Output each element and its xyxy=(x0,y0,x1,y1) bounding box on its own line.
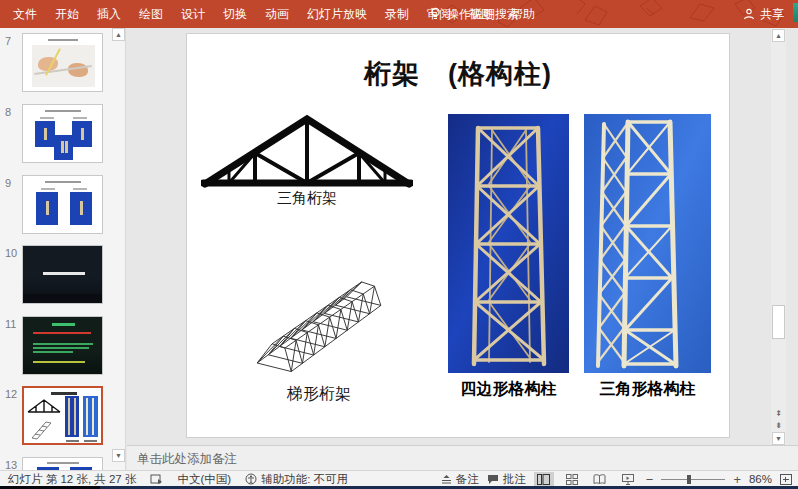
language-indicator[interactable]: 中文(中国) xyxy=(177,472,231,487)
powerpoint-window: 文件 开始 插入 绘图 设计 切换 动画 幻灯片放映 录制 审阅 视图 帮助 操… xyxy=(0,0,798,489)
slide-canvas: 桁架 (格构柱) 三角桁架 xyxy=(127,28,798,445)
slide-number: 7 xyxy=(5,35,11,47)
tab-slideshow[interactable]: 幻灯片放映 xyxy=(298,0,376,28)
notes-placeholder[interactable]: 单击此处添加备注 xyxy=(137,451,237,468)
thumb-photo xyxy=(32,45,95,87)
zoom-slider-track xyxy=(661,479,725,481)
tell-me-search[interactable]: 操作说明搜索 xyxy=(430,0,519,28)
slideshow-button[interactable] xyxy=(618,472,638,487)
zoom-slider-knob[interactable] xyxy=(687,475,691,484)
edge-accent xyxy=(793,3,798,22)
tab-insert[interactable]: 插入 xyxy=(88,0,130,28)
search-label: 操作说明搜索 xyxy=(447,6,519,23)
canvas-scrollbar[interactable]: ▲ ▼ ⇞ ⇟ xyxy=(771,28,786,445)
share-button[interactable]: 共享 xyxy=(743,0,784,28)
slide-number: 10 xyxy=(5,247,17,259)
display-settings-icon[interactable] xyxy=(150,474,163,485)
notes-pane[interactable]: 单击此处添加备注 xyxy=(127,445,798,470)
triangle-lattice-column-label[interactable]: 三角形格构柱 xyxy=(584,379,711,400)
zoom-in-button[interactable]: + xyxy=(733,472,741,487)
tab-animations[interactable]: 动画 xyxy=(256,0,298,28)
notes-toggle-button[interactable]: 备注 xyxy=(441,472,479,487)
triangle-truss-drawing[interactable] xyxy=(201,113,413,189)
trapezoid-truss-drawing[interactable] xyxy=(244,267,394,379)
zoom-slider[interactable] xyxy=(661,472,725,487)
slide-number-current: 12 xyxy=(5,388,17,400)
next-slide-button[interactable]: ⇟ xyxy=(772,420,785,432)
tab-home[interactable]: 开始 xyxy=(46,0,88,28)
tab-design[interactable]: 设计 xyxy=(172,0,214,28)
share-label: 共享 xyxy=(760,6,784,23)
person-icon xyxy=(743,8,755,20)
tab-transitions[interactable]: 切换 xyxy=(214,0,256,28)
scroll-down-button[interactable]: ▼ xyxy=(772,432,785,445)
thumbnail-slide-8[interactable] xyxy=(22,104,103,163)
tab-draw[interactable]: 绘图 xyxy=(130,0,172,28)
triangle-truss-label[interactable]: 三角桁架 xyxy=(201,189,413,208)
slide-title[interactable]: 桁架 (格构柱) xyxy=(187,56,729,92)
book-icon xyxy=(593,474,606,485)
tab-record[interactable]: 录制 xyxy=(376,0,418,28)
mini-triangle-truss xyxy=(27,398,61,414)
ribbon: 文件 开始 插入 绘图 设计 切换 动画 幻灯片放映 录制 审阅 视图 帮助 操… xyxy=(0,0,798,28)
quad-lattice-column-photo[interactable] xyxy=(448,114,569,373)
grid-view-icon xyxy=(566,474,578,485)
scrollbar-thumb[interactable] xyxy=(772,305,785,339)
thumbnail-slide-7[interactable] xyxy=(22,33,103,92)
scroll-up-button[interactable]: ▲ xyxy=(772,29,785,42)
zoom-level[interactable]: 86% xyxy=(749,473,772,485)
status-bar: 幻灯片 第 12 张, 共 27 张 中文(中国) 辅助功能: 不可用 xyxy=(0,470,798,486)
tab-file[interactable]: 文件 xyxy=(4,0,46,28)
normal-view-button[interactable] xyxy=(534,472,554,487)
panel-scroll-up-button[interactable]: ▲ xyxy=(112,28,125,41)
thumbnail-slide-12-selected[interactable] xyxy=(22,386,103,445)
accessibility-icon xyxy=(245,473,257,485)
thumb-title-line xyxy=(48,39,78,41)
previous-slide-button[interactable]: ⇞ xyxy=(772,408,785,420)
lightbulb-icon xyxy=(430,7,441,21)
reading-view-button[interactable] xyxy=(590,472,610,487)
slide-sorter-view-button[interactable] xyxy=(562,472,582,487)
thumbnail-slide-11[interactable] xyxy=(22,316,103,375)
thumbnail-slide-13[interactable] xyxy=(22,457,103,470)
quad-lattice-column-label[interactable]: 四边形格构柱 xyxy=(448,379,569,400)
comment-icon xyxy=(487,474,499,485)
trapezoid-truss-label[interactable]: 梯形桁架 xyxy=(244,384,394,405)
fit-slide-to-window-icon[interactable] xyxy=(780,474,792,485)
notes-icon xyxy=(441,474,452,484)
slide-number: 13 xyxy=(5,459,17,470)
normal-view-icon xyxy=(537,474,550,485)
slide-number: 11 xyxy=(5,318,16,330)
panel-scroll-down-button[interactable]: ▼ xyxy=(112,449,125,462)
slide-number: 9 xyxy=(5,177,11,189)
slide-counter: 幻灯片 第 12 张, 共 27 张 xyxy=(8,472,136,487)
thumbnail-slide-10[interactable] xyxy=(22,245,103,304)
thumbnail-slide-9[interactable] xyxy=(22,175,103,234)
slide-12-editing-area[interactable]: 桁架 (格构柱) 三角桁架 xyxy=(186,33,730,438)
slide-thumbnail-panel: 7 8 xyxy=(0,28,126,470)
mini-trapezoid-truss xyxy=(30,418,56,440)
accessibility-status[interactable]: 辅助功能: 不可用 xyxy=(245,472,348,487)
zoom-out-button[interactable]: − xyxy=(646,472,654,487)
triangle-lattice-column-photo[interactable] xyxy=(584,114,711,373)
slideshow-icon xyxy=(622,474,634,485)
slide-number: 8 xyxy=(5,106,11,118)
comments-toggle-button[interactable]: 批注 xyxy=(487,472,526,487)
